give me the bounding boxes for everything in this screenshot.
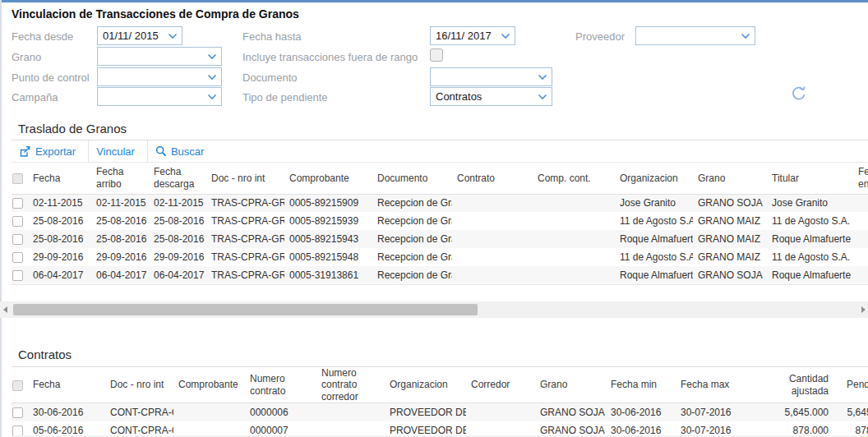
cell: 5,645.000 [833, 403, 868, 421]
scroll-left-arrow-icon[interactable] [3, 306, 7, 313]
row-checkbox[interactable] [12, 270, 23, 281]
column-header[interactable]: Fecha arribo [91, 163, 149, 194]
row-checkbox[interactable] [12, 216, 23, 227]
select-all-checkbox[interactable] [12, 173, 23, 184]
cell: Roque Almafuerte [615, 266, 693, 284]
row-checkbox[interactable] [12, 426, 23, 436]
table-row[interactable]: 02-11-201502-11-201502-11-2015TRAS-CPRA-… [12, 194, 868, 212]
column-header[interactable]: Fecha [28, 163, 91, 194]
column-header[interactable]: Comprobante [284, 163, 372, 194]
column-header[interactable]: Fecha min [606, 367, 676, 403]
column-header[interactable]: Titular [767, 163, 853, 194]
cell: 0005-89215939 [284, 212, 372, 230]
traslado-table-container: FechaFecha arriboFecha descargaDoc - nro… [12, 163, 868, 285]
cell: TRAS-CPRA-GRA - [206, 194, 284, 212]
vincular-button[interactable]: Vincular [89, 140, 148, 162]
column-header[interactable]: Comp. cont. [533, 163, 615, 194]
cell: Recepcion de Granos [372, 212, 452, 230]
fecha-hasta-datepicker[interactable]: 16/11/ 2017 [430, 26, 515, 45]
cell [466, 403, 535, 421]
cell [316, 403, 385, 421]
header-row: FechaDoc - nro intComprobanteNumero cont… [12, 367, 868, 403]
column-header[interactable]: Organizacion [385, 367, 466, 403]
table-row[interactable]: 06-04-201706-04-201706-04-2017TRAS-CPRA-… [12, 266, 868, 284]
column-header[interactable]: Doc - nro int [206, 163, 284, 194]
chevron-down-icon [538, 94, 547, 100]
campania-dropdown[interactable] [97, 87, 222, 106]
cell [452, 266, 533, 284]
top-accent-line [0, 0, 868, 2]
cell: 11 de Agosto S.A. [615, 212, 693, 230]
refresh-icon[interactable] [790, 85, 808, 103]
traslado-section-title: Traslado de Granos [18, 122, 127, 136]
cell: 5,645.000 [765, 403, 833, 421]
cell: Roque Almafuerte [767, 230, 853, 248]
column-header[interactable]: Documento [372, 163, 452, 194]
column-header[interactable]: Organizacion [615, 163, 693, 194]
column-header[interactable]: Corredor [466, 367, 535, 403]
vinculacion-compra-granos-screen: Vinculacion de Transacciones de Compra d… [0, 0, 868, 437]
table-row[interactable]: 25-08-201625-08-201625-08-2016TRAS-CPRA-… [12, 212, 868, 230]
chevron-down-icon [168, 33, 178, 39]
cell [853, 248, 868, 266]
cell: 0005-89215948 [284, 248, 372, 266]
table-row[interactable]: 25-08-201625-08-201625-08-2016TRAS-CPRA-… [12, 230, 868, 248]
column-header[interactable]: Fecha max [676, 367, 765, 403]
cell: 30-06-2016 [606, 403, 676, 421]
cell: 0005-89215943 [284, 230, 372, 248]
fecha-desde-datepicker[interactable]: 01/11/ 2015 [97, 26, 182, 45]
tipo-de-pendiente-value: Contratos [436, 90, 534, 103]
column-header[interactable]: Cantidad ajustada [765, 367, 833, 403]
cell: TRAS-CPRA-GRA - [206, 212, 284, 230]
column-header[interactable]: Comprobante [173, 367, 245, 403]
column-header[interactable]: Fecha descarga [149, 163, 206, 194]
incluye-fuera-rango-checkbox[interactable] [430, 48, 443, 62]
horizontal-scrollbar[interactable] [0, 301, 868, 318]
fecha-desde-label: Fecha desde [12, 30, 73, 43]
proveedor-label: Proveedor [575, 30, 625, 43]
row-checkbox[interactable] [12, 198, 23, 209]
select-all-checkbox[interactable] [12, 380, 23, 391]
cell: TRAS-CPRA-GRA - [206, 266, 284, 284]
cell: Jose Granito [615, 194, 693, 212]
cell [853, 230, 868, 248]
column-header[interactable]: Contrato [452, 163, 533, 194]
divider [12, 284, 868, 285]
exportar-button[interactable]: Exportar [12, 140, 89, 162]
cell: TRAS-CPRA-GRA - [206, 248, 284, 266]
cell: GRANO MAIZ [693, 248, 767, 266]
cell: 25-08-2016 [91, 212, 149, 230]
column-header[interactable]: Fecha entrega [853, 163, 868, 194]
cell [533, 212, 615, 230]
cell: 0005-89215909 [284, 194, 372, 212]
table-row[interactable]: 29-09-201629-09-201629-09-2016TRAS-CPRA-… [12, 248, 868, 266]
column-header[interactable]: Numero contrato [245, 367, 316, 403]
traslado-table: FechaFecha arriboFecha descargaDoc - nro… [12, 163, 868, 284]
scrollbar-thumb[interactable] [13, 304, 478, 315]
cell [452, 194, 533, 212]
scroll-right-arrow-icon[interactable] [861, 306, 866, 313]
row-checkbox[interactable] [12, 234, 23, 245]
column-header[interactable]: Grano [535, 367, 606, 403]
row-checkbox[interactable] [12, 252, 23, 263]
grano-dropdown[interactable] [97, 47, 222, 66]
tipo-de-pendiente-dropdown[interactable]: Contratos [430, 87, 552, 106]
cell: 25-08-2016 [28, 230, 91, 248]
punto-de-control-dropdown[interactable] [97, 67, 222, 86]
column-header[interactable]: Grano [693, 163, 767, 194]
vincular-label: Vincular [96, 145, 135, 158]
column-header[interactable]: Pendiente [833, 367, 868, 403]
column-header[interactable]: Fecha [28, 367, 105, 403]
buscar-label: Buscar [171, 145, 204, 158]
table-row[interactable]: 30-06-2016CONT-CPRA-GR0000006PROVEEDOR D… [12, 403, 868, 421]
cell: TRAS-CPRA-GRA - [206, 230, 284, 248]
proveedor-dropdown[interactable] [635, 26, 755, 45]
column-header[interactable]: Numero contrato corredor [316, 367, 385, 403]
column-header[interactable]: Doc - nro int [105, 367, 173, 403]
chevron-down-icon [207, 94, 217, 100]
buscar-button[interactable]: Buscar [148, 140, 216, 162]
punto-de-control-label: Punto de control [12, 71, 90, 84]
chevron-down-icon [207, 74, 217, 80]
documento-dropdown[interactable] [430, 67, 552, 86]
row-checkbox[interactable] [12, 407, 23, 418]
